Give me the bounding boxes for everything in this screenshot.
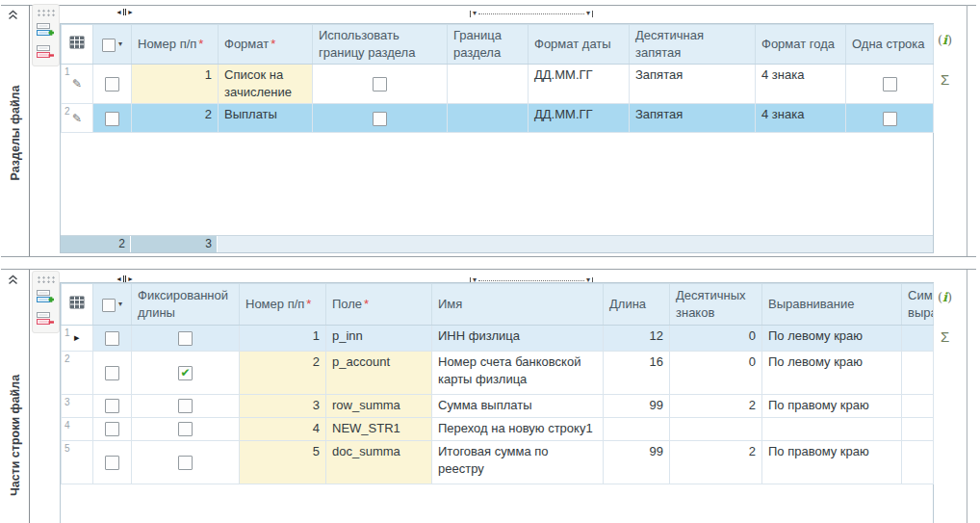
collapse-panel-icon[interactable] bbox=[8, 274, 19, 285]
row-header[interactable]: 5 bbox=[62, 441, 93, 484]
sum-button[interactable]: Σ bbox=[941, 71, 949, 88]
cell-field[interactable]: p_account bbox=[326, 352, 432, 395]
cell-field[interactable]: NEW_STR1 bbox=[326, 418, 432, 441]
unchecked-checkbox[interactable] bbox=[883, 112, 897, 126]
cell-name[interactable]: ИНН физлица bbox=[432, 326, 604, 352]
remove-row-button[interactable] bbox=[35, 307, 57, 329]
add-row-button[interactable] bbox=[35, 18, 57, 40]
column-header[interactable]: Формат года bbox=[756, 25, 846, 65]
grid-settings-button[interactable] bbox=[62, 25, 93, 65]
row-select-checkbox[interactable] bbox=[105, 456, 119, 470]
column-header[interactable]: Одна строка bbox=[846, 25, 934, 65]
select-all-header[interactable]: ▾ bbox=[93, 25, 132, 65]
cell-format[interactable]: Выплаты bbox=[219, 104, 313, 133]
select-all-checkbox[interactable] bbox=[102, 39, 116, 52]
table-row[interactable]: 2✎2ВыплатыДД.ММ.ГГЗапятая4 знака bbox=[62, 104, 934, 133]
cell-alignment[interactable]: По левому краю bbox=[762, 352, 902, 395]
row-header[interactable]: 4 bbox=[62, 418, 93, 441]
row-select-checkbox[interactable] bbox=[105, 331, 119, 346]
cell-decimal[interactable]: Запятая bbox=[630, 65, 756, 104]
cell-fixed[interactable] bbox=[132, 441, 240, 484]
cell-name[interactable]: Сумма выплаты bbox=[432, 395, 604, 418]
column-header[interactable]: Длина bbox=[604, 284, 670, 326]
row-select-cell[interactable] bbox=[93, 326, 132, 352]
toolbar-drag-handle[interactable] bbox=[37, 275, 56, 283]
cell-name[interactable]: Итоговая сумма по реестру bbox=[432, 441, 604, 484]
column-header[interactable]: Десятичная запятая bbox=[630, 25, 756, 65]
column-header[interactable]: Номер п/п* bbox=[132, 25, 219, 65]
cell-field[interactable]: p_inn bbox=[326, 326, 432, 352]
row-select-cell[interactable] bbox=[93, 395, 132, 418]
column-header[interactable]: Использовать границу раздела bbox=[313, 25, 448, 65]
unchecked-checkbox[interactable] bbox=[178, 456, 193, 470]
cell-num[interactable]: 3 bbox=[240, 395, 326, 418]
cell-alignment[interactable]: По правому краю bbox=[762, 395, 902, 418]
select-all-checkbox[interactable] bbox=[102, 299, 116, 312]
column-header[interactable]: Выравнивание bbox=[762, 284, 902, 326]
cell-length[interactable] bbox=[604, 418, 670, 441]
cell-field[interactable]: doc_summa bbox=[326, 441, 432, 484]
cell-num[interactable]: 4 bbox=[240, 418, 326, 441]
row-header[interactable]: 3 bbox=[62, 395, 93, 418]
unchecked-checkbox[interactable] bbox=[178, 331, 193, 346]
cell-length[interactable]: 99 bbox=[604, 395, 670, 418]
cell-fixed[interactable] bbox=[132, 418, 240, 441]
column-header[interactable]: Формат* bbox=[219, 25, 313, 65]
column-header[interactable]: Номер п/п* bbox=[240, 284, 326, 326]
cell-single_line[interactable] bbox=[846, 104, 934, 133]
cell-decimals[interactable]: 2 bbox=[670, 441, 762, 484]
row-select-checkbox[interactable] bbox=[105, 366, 119, 380]
info-button[interactable]: (i) bbox=[938, 290, 952, 304]
column-header[interactable]: Граница раздела bbox=[448, 25, 529, 65]
cell-field[interactable]: row_summa bbox=[326, 395, 432, 418]
cell-decimals[interactable]: 0 bbox=[670, 326, 762, 352]
row-select-cell[interactable] bbox=[93, 352, 132, 395]
grid-settings-button[interactable] bbox=[62, 284, 93, 326]
cell-decimals[interactable]: 0 bbox=[670, 352, 762, 395]
cell-num[interactable]: 1 bbox=[132, 65, 219, 104]
cell-fixed[interactable] bbox=[132, 326, 240, 352]
cell-align_char[interactable] bbox=[902, 418, 934, 441]
cell-boundary[interactable] bbox=[448, 65, 529, 104]
cell-boundary[interactable] bbox=[448, 104, 529, 133]
cell-decimal[interactable]: Запятая bbox=[630, 104, 756, 133]
remove-row-button[interactable] bbox=[35, 40, 57, 63]
panel-splitter-handle[interactable]: ◄ ► bbox=[116, 9, 134, 15]
panel-splitter-handle[interactable]: ◄ ► bbox=[116, 275, 134, 282]
unchecked-checkbox[interactable] bbox=[373, 77, 387, 92]
row-select-cell[interactable] bbox=[93, 65, 132, 104]
column-header[interactable]: Десятичных знаков bbox=[670, 284, 762, 326]
cell-align_char[interactable] bbox=[902, 441, 934, 484]
horizontal-splitter-line[interactable] bbox=[1, 269, 976, 270]
row-select-checkbox[interactable] bbox=[105, 422, 119, 436]
column-header[interactable]: Поле* bbox=[326, 284, 432, 326]
unchecked-checkbox[interactable] bbox=[883, 77, 897, 92]
cell-num[interactable]: 1 bbox=[240, 326, 326, 352]
cell-num[interactable]: 2 bbox=[132, 104, 219, 133]
cell-num[interactable]: 5 bbox=[240, 441, 326, 484]
cell-alignment[interactable] bbox=[762, 418, 902, 441]
cell-date_format[interactable]: ДД.ММ.ГГ bbox=[529, 65, 630, 104]
row-select-checkbox[interactable] bbox=[105, 77, 119, 92]
row-header[interactable]: 1✎ bbox=[62, 65, 93, 104]
cell-alignment[interactable]: По левому краю bbox=[762, 326, 902, 352]
row-header[interactable]: 2 bbox=[62, 352, 93, 395]
row-header[interactable]: 2✎ bbox=[62, 104, 93, 133]
column-header[interactable]: Имя bbox=[432, 284, 604, 326]
cell-use_boundary[interactable] bbox=[313, 104, 448, 133]
cell-align_char[interactable] bbox=[902, 395, 934, 418]
table-row[interactable]: 44NEW_STR1Переход на новую строку1 bbox=[62, 418, 934, 441]
cell-align_char[interactable] bbox=[902, 352, 934, 395]
table-row[interactable]: 55doc_summaИтоговая сумма по реестру992П… bbox=[62, 441, 934, 484]
cell-name[interactable]: Номер счета банковской карты физлица bbox=[432, 352, 604, 395]
table-row[interactable]: 1▸1p_innИНН физлица120По левому краю bbox=[62, 326, 934, 352]
cell-name[interactable]: Переход на новую строку1 bbox=[432, 418, 604, 441]
cell-year_format[interactable]: 4 знака bbox=[756, 65, 846, 104]
horizontal-splitter-line[interactable] bbox=[1, 256, 976, 257]
row-select-cell[interactable] bbox=[93, 441, 132, 484]
unchecked-checkbox[interactable] bbox=[178, 422, 193, 436]
cell-length[interactable]: 99 bbox=[604, 441, 670, 484]
table-row[interactable]: 33row_summaСумма выплаты992По правому кр… bbox=[62, 395, 934, 418]
sum-button[interactable]: Σ bbox=[941, 328, 949, 345]
checked-checkbox[interactable]: ✔ bbox=[178, 366, 193, 380]
